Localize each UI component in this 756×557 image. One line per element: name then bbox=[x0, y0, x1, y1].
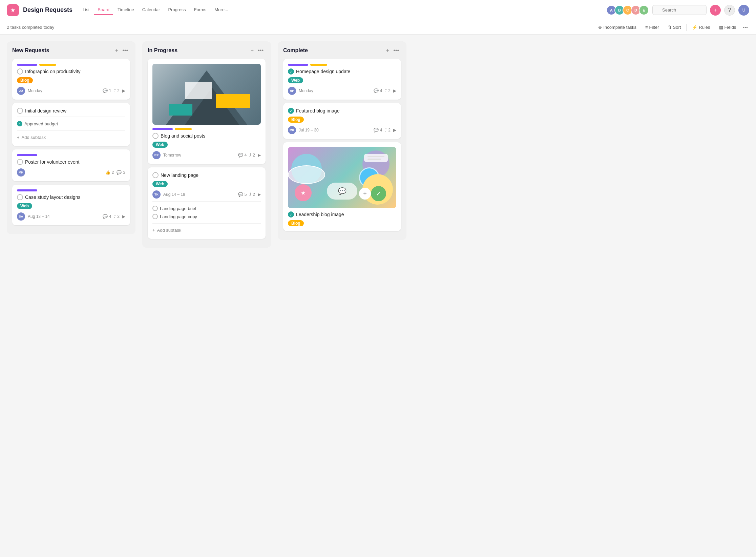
comment-count: 💬 4 bbox=[374, 88, 382, 93]
card-case-study: Case study layout designs Web SA Aug 13 … bbox=[12, 185, 130, 225]
card-title: Initial design review bbox=[17, 108, 125, 114]
overlay-white bbox=[185, 82, 212, 99]
search-wrap: 🔍 bbox=[652, 5, 707, 15]
avatar-5[interactable]: E bbox=[639, 5, 649, 15]
column-in-progress: In Progress + ••• Blog and so bbox=[142, 41, 271, 248]
tab-timeline[interactable]: Timeline bbox=[114, 5, 138, 15]
expand-icon[interactable]: ▶ bbox=[393, 88, 396, 93]
comment-count: 💬 4 bbox=[374, 128, 382, 132]
card-footer: SA Aug 13 – 14 💬 4 ⤴ 2 ▶ bbox=[17, 212, 125, 221]
task-status-icon bbox=[17, 108, 23, 114]
card-badge-blog[interactable]: Blog bbox=[288, 220, 304, 226]
card-footer: RP Tomorrow 💬 4 ⤴ 2 ▶ bbox=[152, 151, 261, 159]
add-button[interactable]: + bbox=[710, 5, 721, 16]
incomplete-tasks-button[interactable]: ⊖ Incomplete tasks bbox=[595, 23, 640, 32]
column-title-in-progress: In Progress bbox=[148, 47, 249, 54]
fields-icon: ▦ bbox=[719, 25, 723, 30]
card-badge-web[interactable]: Web bbox=[152, 142, 168, 148]
subtask-count: ⤴ 2 bbox=[385, 88, 391, 93]
column-complete: Complete + ••• ✓ Homepage design update … bbox=[278, 41, 406, 240]
assignee-avatar: TK bbox=[152, 190, 161, 199]
card-badge-blog[interactable]: Blog bbox=[17, 77, 33, 83]
toolbar-divider bbox=[686, 24, 687, 31]
user-avatar[interactable]: U bbox=[738, 5, 749, 16]
comment-icon: 💬 bbox=[103, 88, 108, 93]
expand-icon[interactable]: ▶ bbox=[393, 128, 396, 132]
card-badge-web[interactable]: Web bbox=[152, 181, 168, 187]
header: ★ Design Requests List Board Timeline Ca… bbox=[0, 0, 756, 20]
tab-more[interactable]: More... bbox=[211, 5, 231, 15]
assignee-avatar: RP bbox=[152, 151, 161, 159]
column-add-button-in-progress[interactable]: + bbox=[249, 47, 256, 54]
task-status-icon bbox=[17, 159, 23, 165]
line-1 bbox=[368, 156, 384, 157]
subtask-count: ⤴ 2 bbox=[114, 214, 120, 219]
column-menu-button-complete[interactable]: ••• bbox=[391, 47, 401, 54]
sort-button[interactable]: ⇅ Sort bbox=[665, 23, 685, 32]
card-title: Poster for volunteer event bbox=[17, 159, 125, 165]
overlay-yellow bbox=[216, 94, 250, 108]
mountain-background bbox=[152, 64, 261, 125]
divider bbox=[17, 117, 125, 117]
column-menu-button-in-progress[interactable]: ••• bbox=[256, 47, 266, 54]
tab-list[interactable]: List bbox=[79, 5, 93, 15]
toolbar: 2 tasks completed today ⊖ Incomplete tas… bbox=[0, 20, 756, 35]
task-status-icon bbox=[17, 194, 23, 200]
filter-icon: ≡ bbox=[645, 25, 648, 30]
app-icon: ★ bbox=[7, 4, 19, 16]
app-title: Design Requests bbox=[23, 6, 72, 14]
column-add-button-complete[interactable]: + bbox=[384, 47, 391, 54]
subtask-icon: ⤴ bbox=[385, 128, 387, 132]
plus-icon: + bbox=[152, 228, 155, 233]
tag-purple bbox=[17, 154, 37, 156]
column-add-button-new-requests[interactable]: + bbox=[113, 47, 120, 54]
expand-icon[interactable]: ▶ bbox=[122, 88, 125, 93]
task-status-icon bbox=[152, 133, 159, 139]
tab-calendar[interactable]: Calendar bbox=[139, 5, 164, 15]
subtask-icon: ⤴ bbox=[249, 192, 251, 197]
tab-board[interactable]: Board bbox=[94, 5, 113, 15]
card-footer: TK Aug 14 – 19 💬 5 ⤴ 2 ▶ bbox=[152, 190, 261, 199]
assignee-avatar: JD bbox=[17, 87, 25, 95]
card-initial-design: Initial design review ✓ Approved budget … bbox=[12, 103, 130, 146]
subtask-icon: ⤴ bbox=[385, 88, 387, 93]
expand-icon[interactable]: ▶ bbox=[122, 214, 125, 219]
card-badge-web[interactable]: Web bbox=[288, 77, 303, 83]
overlay-teal bbox=[169, 104, 192, 116]
fields-button[interactable]: ▦ Fields bbox=[716, 23, 740, 32]
incomplete-tasks-icon: ⊖ bbox=[598, 25, 602, 30]
comment-icon: 💬 bbox=[374, 128, 379, 132]
search-input[interactable] bbox=[652, 5, 707, 15]
divider bbox=[17, 130, 125, 131]
card-title: ✓ Leadership blog image bbox=[288, 211, 396, 218]
expand-icon[interactable]: ▶ bbox=[258, 153, 261, 158]
tag-purple bbox=[288, 64, 308, 66]
tag-purple bbox=[17, 189, 37, 191]
subtask-check-icon bbox=[152, 206, 158, 211]
card-title: New landing page bbox=[152, 172, 261, 178]
card-homepage: ✓ Homepage design update Web RP Monday 💬… bbox=[283, 59, 401, 100]
tab-forms[interactable]: Forms bbox=[190, 5, 210, 15]
expand-icon[interactable]: ▶ bbox=[258, 192, 261, 197]
shape-star: ★ bbox=[295, 184, 312, 201]
tab-progress[interactable]: Progress bbox=[165, 5, 189, 15]
column-menu-button-new-requests[interactable]: ••• bbox=[120, 47, 130, 54]
filter-button[interactable]: ≡ Filter bbox=[642, 23, 662, 32]
add-subtask-button[interactable]: + Add subtask bbox=[152, 226, 261, 234]
sort-icon: ⇅ bbox=[668, 25, 672, 30]
card-tags bbox=[17, 154, 125, 156]
column-header-complete: Complete + ••• bbox=[283, 47, 401, 54]
tag-yellow bbox=[310, 64, 327, 66]
help-button[interactable]: ? bbox=[724, 5, 735, 16]
task-status-icon-done: ✓ bbox=[288, 68, 294, 75]
add-subtask-button[interactable]: + Add subtask bbox=[17, 133, 125, 141]
card-badge-blog[interactable]: Blog bbox=[288, 117, 304, 123]
more-options-icon[interactable]: ••• bbox=[741, 23, 749, 32]
tasks-completed-text: 2 tasks completed today bbox=[7, 25, 54, 30]
card-poster: Poster for volunteer event MK 👍 2 💬 3 bbox=[12, 149, 130, 181]
card-title: Infographic on productivity bbox=[17, 68, 125, 75]
rules-button[interactable]: ⚡ Rules bbox=[689, 23, 713, 32]
card-leadership: ★ 💬 ✓ + ✓ Leadership blog image Blog bbox=[283, 142, 401, 231]
card-badge-web[interactable]: Web bbox=[17, 203, 32, 209]
subtask-count: ⤴ 2 bbox=[114, 88, 120, 93]
